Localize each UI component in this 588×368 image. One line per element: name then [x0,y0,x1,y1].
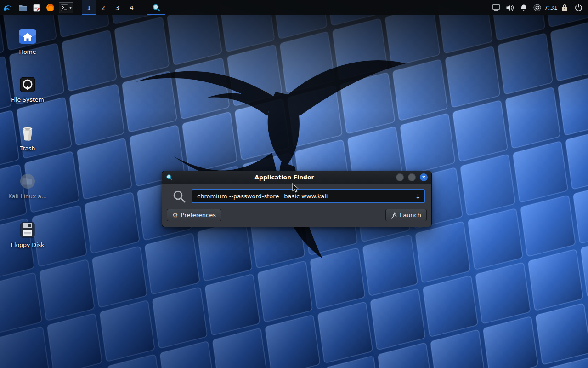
monitor-icon [492,4,500,11]
refresh-circle-icon [533,4,541,12]
lock-icon [561,4,568,12]
workspace-switcher: 1 2 3 4 [82,0,139,15]
desktop-icon-label: Kali Linux a... [8,193,47,200]
close-icon: ✕ [422,175,425,180]
gear-icon: ⚙ [172,212,178,218]
display-settings-icon[interactable] [489,0,503,15]
search-row: ↓ [168,189,426,203]
desktop-icon-kali-folder[interactable]: Kali Linux a... [5,171,51,200]
launch-button[interactable]: Launch [385,209,427,221]
launch-label: Launch [400,212,421,218]
search-icon [172,190,186,203]
command-input-wrap: ↓ [192,189,425,203]
text-editor-icon [33,4,40,12]
application-finder-window: Application Finder ✕ ↓ ⚙ Preferences [162,171,432,227]
window-app-icon [166,174,173,181]
firefox-icon [46,3,55,12]
firefox-launcher[interactable] [43,0,57,15]
desktop-icon-label: Floppy Disk [11,242,44,248]
desktop-icon-trash[interactable]: Trash [5,123,51,152]
home-icon [17,27,38,47]
kali-folder-icon [17,171,38,191]
finder-body: ↓ ⚙ Preferences Launch [162,184,431,227]
logout-icon[interactable] [571,0,585,15]
speaker-icon [506,4,514,12]
workspace-4[interactable]: 4 [124,0,139,15]
text-editor-launcher[interactable] [29,0,43,15]
minimize-button[interactable] [396,173,404,181]
terminal-launcher[interactable]: ▾ [59,2,74,13]
terminal-icon [61,4,68,11]
bell-icon [520,4,527,12]
workspace-1[interactable]: 1 [82,0,96,15]
kali-menu-button[interactable] [0,0,16,15]
clock[interactable]: 7:31 [544,4,558,11]
volume-icon[interactable] [503,0,517,15]
button-row: ⚙ Preferences Launch [167,209,427,221]
notifications-icon[interactable] [517,0,531,15]
screen-lock-icon[interactable] [558,0,571,15]
window-controls: ✕ [396,173,428,181]
desktop-icon-label: File System [11,96,44,103]
workspace-3[interactable]: 3 [110,0,124,15]
kali-logo-icon [3,3,13,13]
workspace-2[interactable]: 2 [96,0,110,15]
chevron-down-icon: ▾ [69,5,72,10]
desktop-icon-label: Home [19,48,36,55]
desktop-icon-label: Trash [20,145,35,152]
file-system-icon [17,75,38,95]
preferences-label: Preferences [181,212,216,218]
floppy-disk-icon [17,220,38,240]
close-button[interactable]: ✕ [420,173,428,181]
taskbar-application-finder[interactable] [147,0,165,15]
window-title: Application Finder [175,174,393,181]
folder-icon [18,4,27,12]
panel-right: 7:31 [489,0,588,15]
desktop-icon-floppy[interactable]: Floppy Disk [5,220,51,248]
desktop-icon-file-system[interactable]: File System [5,75,51,103]
panel-left: ▾ 1 2 3 4 [0,0,165,15]
power-icon [575,4,582,12]
maximize-button[interactable] [408,173,416,181]
file-manager-launcher[interactable] [16,0,29,15]
top-panel: ▾ 1 2 3 4 [0,0,588,15]
launch-icon [391,212,397,218]
application-finder-icon [152,3,161,12]
command-input[interactable] [192,189,425,203]
titlebar[interactable]: Application Finder ✕ [162,171,431,184]
trash-icon [17,123,38,144]
desktop-icon-home[interactable]: Home [5,27,51,55]
dropdown-arrow-icon[interactable]: ↓ [415,193,421,200]
updates-icon[interactable] [531,0,544,15]
panel-separator [143,3,143,12]
preferences-button[interactable]: ⚙ Preferences [167,209,221,221]
